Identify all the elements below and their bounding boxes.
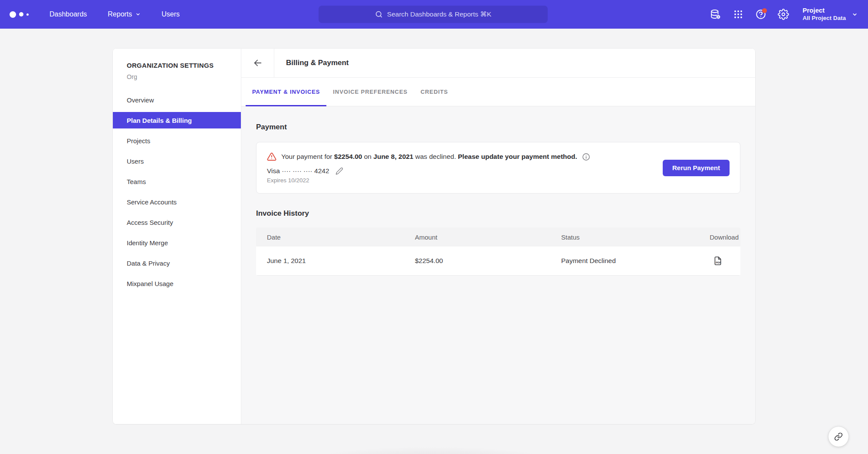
tab-invoice-preferences[interactable]: INVOICE PREFERENCES bbox=[326, 78, 414, 106]
payment-section-title: Payment bbox=[256, 123, 740, 132]
sidebar-item-service-accounts[interactable]: Service Accounts bbox=[113, 194, 241, 210]
project-selector-text: Project All Project Data bbox=[802, 7, 846, 22]
column-header-download: Download bbox=[681, 234, 740, 241]
settings-button[interactable] bbox=[774, 5, 793, 24]
project-value: All Project Data bbox=[802, 15, 846, 22]
tab-credits[interactable]: CREDITS bbox=[414, 78, 454, 106]
sidebar-section-title: ORGANIZATION SETTINGS bbox=[113, 62, 241, 69]
declined-amount: $2254.00 bbox=[334, 153, 362, 160]
invoice-history-table: Date Amount Status Download June 1, 2021… bbox=[256, 227, 740, 276]
project-label: Project bbox=[802, 7, 846, 15]
sidebar-item-mixpanel-usage[interactable]: Mixpanel Usage bbox=[113, 275, 241, 292]
nav-item-dashboards[interactable]: Dashboards bbox=[39, 0, 97, 29]
nav-right-actions: Project All Project Data bbox=[706, 0, 868, 29]
logo-dot-small bbox=[26, 13, 29, 16]
page-title: Billing & Payment bbox=[274, 49, 349, 77]
bottom-sheet-shadow bbox=[266, 438, 598, 454]
nav-item-users[interactable]: Users bbox=[151, 0, 190, 29]
card-expiry: Expires 10/2022 bbox=[267, 177, 590, 184]
table-header-row: Date Amount Status Download bbox=[256, 227, 740, 247]
org-settings-sidebar: ORGANIZATION SETTINGS Org Overview Plan … bbox=[113, 49, 241, 424]
invoice-history-title: Invoice History bbox=[256, 209, 740, 218]
sidebar-item-teams[interactable]: Teams bbox=[113, 173, 241, 190]
column-header-status: Status bbox=[550, 234, 681, 241]
table-row: June 1, 2021 $2254.00 Payment Declined P… bbox=[256, 247, 740, 276]
settings-panel: ORGANIZATION SETTINGS Org Overview Plan … bbox=[113, 49, 755, 424]
data-management-icon bbox=[710, 9, 721, 20]
billing-tabs: PAYMENT & INVOICES INVOICE PREFERENCES C… bbox=[241, 78, 755, 106]
gear-icon bbox=[778, 9, 789, 20]
copy-link-button[interactable] bbox=[829, 427, 848, 447]
help-button[interactable] bbox=[751, 5, 770, 24]
payment-card: Your payment for $2254.00 on June 8, 202… bbox=[256, 142, 740, 194]
nav-item-reports[interactable]: Reports bbox=[97, 0, 151, 29]
nav-item-label: Reports bbox=[108, 10, 132, 18]
rerun-payment-button[interactable]: Rerun Payment bbox=[663, 160, 730, 176]
back-arrow-icon bbox=[253, 58, 263, 68]
sidebar-item-access-security[interactable]: Access Security bbox=[113, 214, 241, 230]
search-icon bbox=[375, 10, 383, 18]
sidebar-item-users[interactable]: Users bbox=[113, 153, 241, 169]
apps-grid-button[interactable] bbox=[729, 5, 748, 24]
mixpanel-logo[interactable] bbox=[10, 11, 30, 18]
sidebar-item-projects[interactable]: Projects bbox=[113, 132, 241, 149]
card-on-file: Visa ···· ···· ···· 4242 bbox=[267, 167, 590, 175]
alert-text: Your payment for $2254.00 on June 8, 202… bbox=[281, 153, 577, 161]
invoice-amount-cell: $2254.00 bbox=[404, 257, 550, 265]
nav-item-label: Dashboards bbox=[49, 10, 87, 18]
tab-content: Payment Your payment for $2254.00 on Jun… bbox=[241, 106, 755, 424]
sidebar-item-identity-merge[interactable]: Identity Merge bbox=[113, 234, 241, 251]
logo-dot-medium bbox=[19, 12, 23, 16]
billing-main: Billing & Payment PAYMENT & INVOICES INV… bbox=[241, 49, 755, 424]
payment-card-details: Your payment for $2254.00 on June 8, 202… bbox=[267, 152, 590, 184]
sidebar-item-data-privacy[interactable]: Data & Privacy bbox=[113, 255, 241, 271]
logo-dot-large bbox=[10, 11, 16, 18]
apps-grid-icon bbox=[733, 9, 743, 20]
page-header: Billing & Payment bbox=[241, 49, 755, 78]
primary-nav: Dashboards Reports Users bbox=[39, 0, 190, 29]
info-icon[interactable] bbox=[582, 153, 590, 161]
data-management-button[interactable] bbox=[706, 5, 725, 24]
download-pdf-button[interactable]: PDF bbox=[713, 256, 723, 266]
project-chevron-icon bbox=[852, 12, 858, 17]
sidebar-nav-list: Overview Plan Details & Billing Projects… bbox=[113, 92, 241, 292]
nav-item-label: Users bbox=[161, 10, 180, 18]
pdf-file-icon: PDF bbox=[713, 256, 723, 266]
sidebar-item-plan-details-billing[interactable]: Plan Details & Billing bbox=[113, 112, 241, 128]
alert-triangle-icon bbox=[267, 152, 276, 161]
search-placeholder: Search Dashboards & Reports ⌘K bbox=[387, 10, 491, 18]
org-name: Org bbox=[113, 73, 241, 80]
column-header-amount: Amount bbox=[404, 234, 550, 241]
tab-payment-invoices[interactable]: PAYMENT & INVOICES bbox=[246, 78, 326, 106]
global-search-input[interactable]: Search Dashboards & Reports ⌘K bbox=[319, 6, 548, 23]
chevron-down-icon bbox=[135, 12, 141, 17]
link-icon bbox=[834, 432, 843, 441]
payment-declined-alert: Your payment for $2254.00 on June 8, 202… bbox=[267, 152, 590, 161]
sidebar-item-overview[interactable]: Overview bbox=[113, 92, 241, 108]
edit-pencil-icon[interactable] bbox=[335, 167, 343, 175]
project-selector[interactable]: Project All Project Data bbox=[802, 7, 858, 22]
invoice-download-cell: PDF bbox=[681, 256, 740, 266]
invoice-status-cell: Payment Declined bbox=[550, 257, 681, 265]
top-nav: Dashboards Reports Users Search Dashboar… bbox=[0, 0, 868, 29]
column-header-date: Date bbox=[256, 234, 404, 241]
svg-text:PDF: PDF bbox=[716, 261, 721, 264]
back-button[interactable] bbox=[241, 49, 274, 77]
invoice-date-cell: June 1, 2021 bbox=[256, 257, 404, 265]
card-brand-and-number: Visa ···· ···· ···· 4242 bbox=[267, 167, 329, 175]
declined-date: June 8, 2021 bbox=[373, 153, 413, 160]
